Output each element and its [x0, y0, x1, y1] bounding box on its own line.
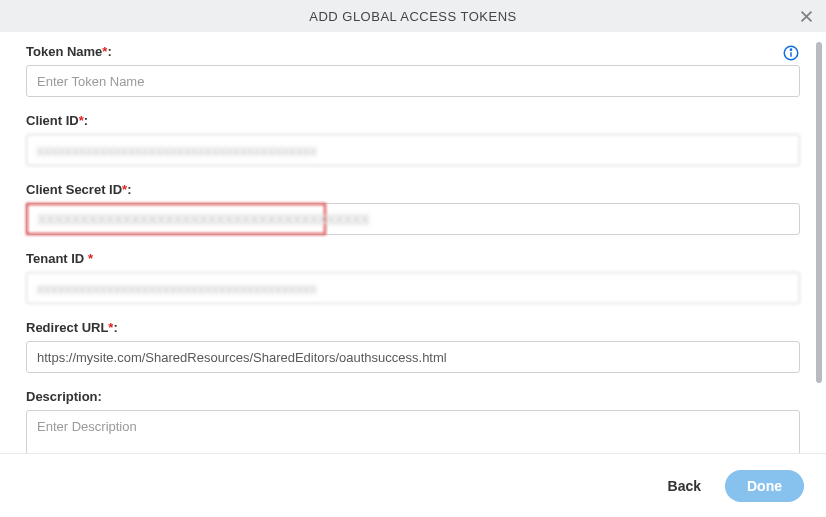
token-name-input[interactable]	[26, 65, 800, 97]
client-id-label: Client ID*:	[26, 113, 800, 128]
client-id-group: Client ID*: xxxxxxxxxxxxxxxxxxxxxxxxxxxx…	[26, 113, 800, 166]
description-label: Description:	[26, 389, 800, 404]
client-secret-id-input-wrapper: xxxxxxxxxxxxxxxxxxxxxxxxxxxxxxxxxxxxxxx	[26, 203, 800, 235]
redirect-url-input[interactable]	[26, 341, 800, 373]
description-group: Description:	[26, 389, 800, 453]
close-button[interactable]	[796, 6, 816, 26]
dialog-header: ADD GLOBAL ACCESS TOKENS	[0, 0, 826, 32]
client-secret-id-label: Client Secret ID*:	[26, 182, 800, 197]
scrollbar-track[interactable]	[816, 42, 822, 443]
dialog-title: ADD GLOBAL ACCESS TOKENS	[309, 9, 517, 24]
description-input[interactable]	[26, 410, 800, 453]
token-name-group: Token Name*:	[26, 44, 800, 97]
dialog-footer: Back Done	[0, 453, 826, 517]
back-button[interactable]: Back	[658, 472, 711, 500]
done-button[interactable]: Done	[725, 470, 804, 502]
redirect-url-group: Redirect URL*:	[26, 320, 800, 373]
close-icon	[798, 8, 815, 25]
scrollbar-thumb[interactable]	[816, 42, 822, 383]
tenant-id-input[interactable]: xxxxxxxxxxxxxxxxxxxxxxxxxxxxxxxxxxxxxxxx	[26, 272, 800, 304]
client-secret-id-input[interactable]: xxxxxxxxxxxxxxxxxxxxxxxxxxxxxxxxxxxxxxx	[26, 203, 326, 235]
form-content: Token Name*: Client ID*: xxxxxxxxxxxxxxx…	[0, 32, 826, 453]
tenant-id-label: Tenant ID *	[26, 251, 800, 266]
client-secret-id-group: Client Secret ID*: xxxxxxxxxxxxxxxxxxxxx…	[26, 182, 800, 235]
tenant-id-group: Tenant ID * xxxxxxxxxxxxxxxxxxxxxxxxxxxx…	[26, 251, 800, 304]
token-name-label: Token Name*:	[26, 44, 800, 59]
redirect-url-label: Redirect URL*:	[26, 320, 800, 335]
client-id-input[interactable]: xxxxxxxxxxxxxxxxxxxxxxxxxxxxxxxxxxxxxxxx	[26, 134, 800, 166]
